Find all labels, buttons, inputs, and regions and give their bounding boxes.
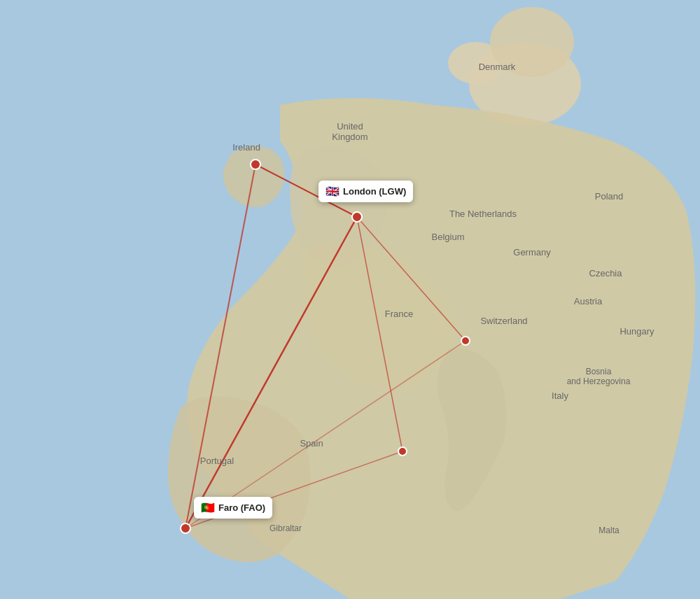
svg-point-12 [251, 160, 260, 169]
svg-text:Czechia: Czechia [589, 268, 623, 279]
svg-point-14 [461, 337, 470, 345]
svg-text:Malta: Malta [598, 526, 620, 535]
svg-text:Kingdom: Kingdom [332, 132, 368, 142]
map-container: Denmark United Kingdom The Netherlands I… [0, 0, 700, 599]
svg-text:Bosnia: Bosnia [586, 367, 612, 376]
svg-text:The Netherlands: The Netherlands [449, 209, 517, 219]
svg-text:Denmark: Denmark [479, 62, 516, 72]
svg-text:Austria: Austria [574, 296, 603, 306]
svg-text:France: France [385, 309, 413, 319]
svg-text:Germany: Germany [513, 247, 551, 258]
svg-text:Ireland: Ireland [232, 142, 260, 153]
svg-text:Portugal: Portugal [200, 456, 234, 466]
svg-point-13 [181, 523, 190, 533]
svg-point-15 [398, 447, 407, 456]
svg-text:and Herzegovina: and Herzegovina [567, 376, 631, 386]
map-svg: Denmark United Kingdom The Netherlands I… [0, 0, 700, 599]
svg-text:Spain: Spain [300, 438, 323, 449]
svg-text:Hungary: Hungary [620, 326, 654, 337]
svg-text:Belgium: Belgium [432, 232, 465, 242]
svg-text:United: United [337, 121, 363, 132]
svg-text:Poland: Poland [595, 191, 623, 202]
svg-text:Gibraltar: Gibraltar [270, 523, 302, 533]
svg-point-11 [352, 212, 362, 222]
svg-text:Switzerland: Switzerland [480, 316, 527, 326]
svg-text:Italy: Italy [552, 390, 568, 401]
